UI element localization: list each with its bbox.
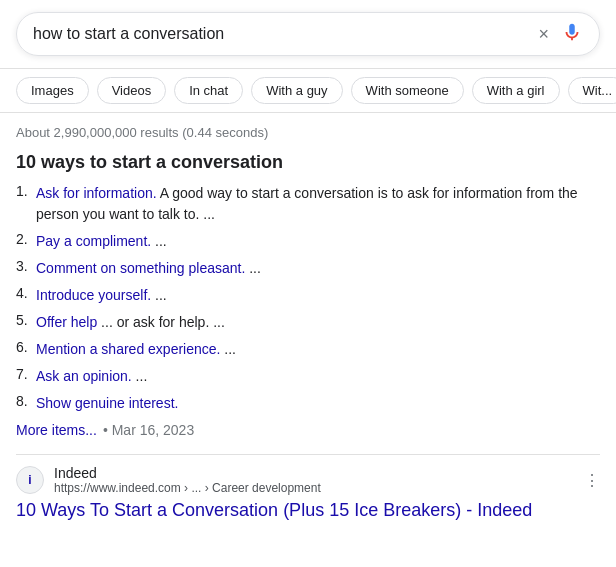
results-area: About 2,990,000,000 results (0.44 second… (0, 113, 616, 542)
snippet-title: 10 ways to start a conversation (16, 152, 600, 173)
more-items-link[interactable]: More items... (16, 422, 97, 438)
result-title[interactable]: 10 Ways To Start a Conversation (Plus 15… (16, 500, 532, 520)
snippet-list: 1. Ask for information. A good way to st… (16, 183, 600, 414)
more-items-row: More items... • Mar 16, 2023 (16, 422, 600, 438)
snippet-item-link-4[interactable]: Introduce yourself. (36, 287, 151, 303)
mic-icon[interactable] (561, 21, 583, 47)
results-stats: About 2,990,000,000 results (0.44 second… (16, 125, 600, 140)
filter-tabs: Images Videos In chat With a guy With so… (0, 69, 616, 113)
tab-with-a-guy[interactable]: With a guy (251, 77, 342, 104)
list-item: 5. Offer help ... or ask for help. ... (16, 312, 600, 333)
search-icons: × (538, 21, 583, 47)
list-item: 8. Show genuine interest. (16, 393, 600, 414)
list-item: 4. Introduce yourself. ... (16, 285, 600, 306)
snippet-item-link-3[interactable]: Comment on something pleasant. (36, 260, 245, 276)
snippet-item-link-7[interactable]: Ask an opinion. (36, 368, 132, 384)
tab-images[interactable]: Images (16, 77, 89, 104)
tab-in-chat[interactable]: In chat (174, 77, 243, 104)
result-header: i Indeed https://www.indeed.com › ... › … (16, 465, 600, 495)
more-items-date: • Mar 16, 2023 (103, 422, 194, 438)
tab-with-a-girl[interactable]: With a girl (472, 77, 560, 104)
snippet-item-link-1[interactable]: Ask for information. (36, 185, 157, 201)
list-item: 1. Ask for information. A good way to st… (16, 183, 600, 225)
search-bar-container: how to start a conversation × (0, 0, 616, 69)
snippet-item-link-6[interactable]: Mention a shared experience. (36, 341, 220, 357)
list-item: 3. Comment on something pleasant. ... (16, 258, 600, 279)
featured-snippet: 10 ways to start a conversation 1. Ask f… (16, 152, 600, 438)
search-input[interactable]: how to start a conversation (33, 25, 538, 43)
list-item: 2. Pay a compliment. ... (16, 231, 600, 252)
tab-videos[interactable]: Videos (97, 77, 167, 104)
tab-with-someone[interactable]: With someone (351, 77, 464, 104)
result-more-icon[interactable]: ⋮ (584, 471, 600, 490)
result-card: i Indeed https://www.indeed.com › ... › … (16, 454, 600, 534)
snippet-item-link-8[interactable]: Show genuine interest. (36, 395, 178, 411)
result-site-info: Indeed https://www.indeed.com › ... › Ca… (54, 465, 574, 495)
result-favicon: i (16, 466, 44, 494)
search-bar: how to start a conversation × (16, 12, 600, 56)
result-site-name: Indeed (54, 465, 574, 481)
list-item: 6. Mention a shared experience. ... (16, 339, 600, 360)
tab-more[interactable]: Wit... (568, 77, 617, 104)
snippet-item-link-5[interactable]: Offer help (36, 314, 97, 330)
snippet-item-link-2[interactable]: Pay a compliment. (36, 233, 151, 249)
clear-icon[interactable]: × (538, 24, 549, 45)
list-item: 7. Ask an opinion. ... (16, 366, 600, 387)
result-url: https://www.indeed.com › ... › Career de… (54, 481, 574, 495)
